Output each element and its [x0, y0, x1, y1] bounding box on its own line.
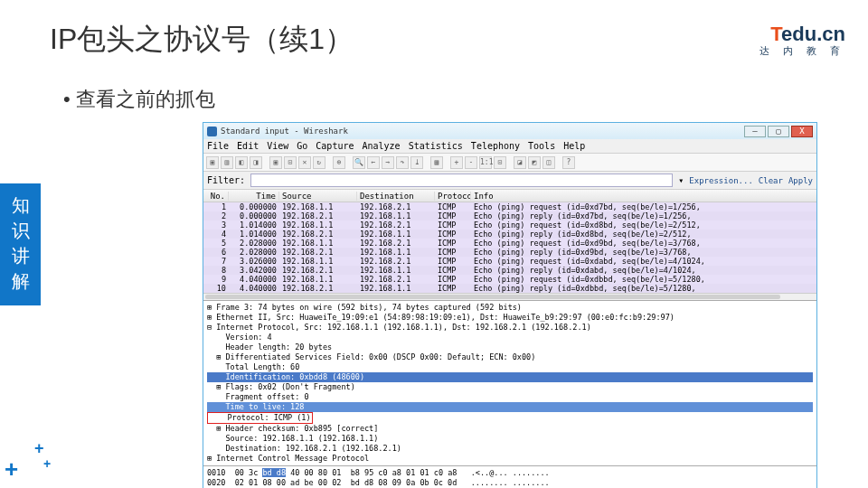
menu-telephony[interactable]: Telephony — [471, 141, 520, 151]
filter-bar: Filter: ▾ Expression... Clear Apply — [203, 172, 816, 190]
menu-go[interactable]: Go — [297, 141, 307, 151]
maximize-button[interactable]: ▢ — [768, 126, 789, 137]
packet-list-header[interactable]: No.TimeSourceDestinationProtocolInfo — [203, 190, 816, 202]
toolbar-button[interactable]: ◨ — [250, 156, 262, 169]
toolbar-button[interactable]: ▣ — [269, 156, 282, 169]
logo: Tedu.cn 达 内 教 育 — [760, 23, 845, 58]
menu-bar[interactable]: File Edit View Go Capture Analyze Statis… — [203, 139, 816, 154]
expression-button[interactable]: Expression... — [689, 176, 752, 185]
menu-file[interactable]: File — [207, 141, 229, 151]
toolbar-button[interactable]: 🔍 — [353, 156, 365, 169]
toolbar-button[interactable]: ▥ — [221, 156, 233, 169]
menu-view[interactable]: View — [267, 141, 288, 151]
menu-edit[interactable]: Edit — [237, 141, 259, 151]
toolbar-button[interactable]: ⊡ — [494, 156, 506, 169]
filter-input[interactable] — [250, 174, 673, 187]
toolbar-button[interactable]: - — [465, 156, 477, 169]
window-titlebar[interactable]: Standard input - Wireshark – ▢ X — [203, 123, 816, 139]
toolbar-button[interactable]: ◩ — [528, 156, 541, 169]
toolbar-button[interactable]: ← — [367, 156, 380, 169]
filter-label: Filter: — [207, 175, 245, 185]
field-protocol: Protocol: ICMP (1) — [207, 412, 313, 424]
menu-help[interactable]: Help — [563, 141, 585, 151]
toolbar-button[interactable]: + — [450, 156, 463, 169]
decoration-plus: +++ — [5, 455, 18, 483]
toolbar-button[interactable]: ▣ — [206, 156, 219, 169]
sidebar-label: 知 识 讲 解 — [0, 183, 41, 305]
toolbar-button[interactable]: ◧ — [235, 156, 248, 169]
menu-capture[interactable]: Capture — [316, 141, 354, 151]
table-row[interactable]: 52.028000192.168.1.1192.168.2.1ICMPEcho … — [203, 239, 816, 248]
table-row[interactable]: 31.014000192.168.1.1192.168.2.1ICMPEcho … — [203, 221, 816, 230]
toolbar-button[interactable]: ✕ — [298, 156, 311, 169]
clear-button[interactable]: Clear — [759, 176, 783, 185]
packet-list[interactable]: 10.000000192.168.1.1192.168.2.1ICMPEcho … — [203, 202, 816, 293]
field-ttl: Time to live: 128 — [207, 402, 813, 412]
bullet-text: • 查看之前的抓包 — [63, 86, 215, 113]
minimize-button[interactable]: – — [744, 126, 766, 137]
menu-tools[interactable]: Tools — [528, 141, 555, 151]
table-row[interactable]: 83.042000192.168.2.1192.168.1.1ICMPEcho … — [203, 266, 816, 275]
hex-view[interactable]: 0010 00 3c bd d8 40 00 80 01 b8 95 c0 a8… — [203, 465, 816, 488]
toolbar-button[interactable]: 1:1 — [479, 156, 492, 169]
hex-selected: bd d8 — [262, 468, 286, 477]
toolbar-button[interactable]: → — [382, 156, 394, 169]
packet-details[interactable]: ⊞ Frame 3: 74 bytes on wire (592 bits), … — [203, 300, 816, 465]
table-row[interactable]: 20.000000192.168.2.1192.168.1.1ICMPEcho … — [203, 211, 816, 221]
toolbar-button[interactable]: ▦ — [430, 156, 443, 169]
toolbar-button[interactable]: ⤓ — [410, 156, 423, 169]
toolbar: ▣▥◧◨ ▣⊡✕↻ ⊕ 🔍←→↷⤓ ▦ +-1:1⊡ ◪◩◫ ? — [203, 154, 816, 172]
wireshark-window: Standard input - Wireshark – ▢ X File Ed… — [203, 122, 817, 488]
table-row[interactable]: 41.014000192.168.2.1192.168.1.1ICMPEcho … — [203, 230, 816, 239]
table-row[interactable]: 62.028000192.168.2.1192.168.1.1ICMPEcho … — [203, 248, 816, 257]
apply-button[interactable]: Apply — [788, 176, 813, 185]
window-title: Standard input - Wireshark — [221, 127, 744, 136]
toolbar-button[interactable]: ↻ — [313, 156, 326, 169]
menu-statistics[interactable]: Statistics — [409, 141, 463, 151]
table-row[interactable]: 94.040000192.168.1.1192.168.2.1ICMPEcho … — [203, 275, 816, 284]
toolbar-button[interactable]: ⊡ — [284, 156, 297, 169]
toolbar-button[interactable]: ? — [562, 156, 575, 169]
toolbar-button[interactable]: ◫ — [542, 156, 555, 169]
close-button[interactable]: X — [791, 126, 813, 137]
toolbar-button[interactable]: ↷ — [396, 156, 409, 169]
table-row[interactable]: 10.000000192.168.1.1192.168.2.1ICMPEcho … — [203, 202, 816, 211]
toolbar-button[interactable]: ◪ — [514, 156, 526, 169]
wireshark-icon — [207, 127, 217, 136]
menu-analyze[interactable]: Analyze — [362, 141, 400, 151]
slide-title: IP包头之协议号（续1） — [50, 20, 354, 60]
table-row[interactable]: 104.040000192.168.2.1192.168.1.1ICMPEcho… — [203, 284, 816, 293]
scrollbar[interactable] — [203, 293, 816, 300]
field-identification: Identification: 0xbdd8 (48600) — [207, 372, 813, 382]
toolbar-button[interactable]: ⊕ — [333, 156, 345, 169]
table-row[interactable]: 73.026000192.168.1.1192.168.2.1ICMPEcho … — [203, 257, 816, 266]
